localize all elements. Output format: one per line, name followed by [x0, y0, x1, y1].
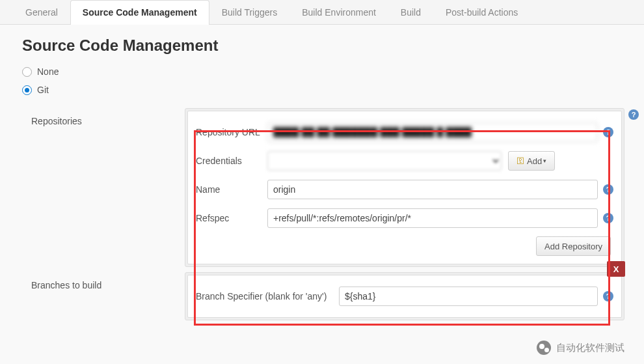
page-title: Source Code Management: [0, 25, 644, 63]
section-repositories: Repositories ? Repository URL ? Credenti…: [31, 108, 624, 267]
tab-build[interactable]: Build: [388, 0, 433, 24]
key-icon: ⚿: [517, 156, 524, 165]
add-repository-button[interactable]: Add Repository: [536, 236, 611, 256]
section-label-branches: Branches to build: [31, 272, 185, 290]
radio-label: None: [37, 66, 59, 77]
branches-panel: X Branch Specifier (blank for 'any') ?: [185, 272, 624, 320]
config-tabs: General Source Code Management Build Tri…: [0, 0, 644, 25]
label-repo-url: Repository URL: [196, 127, 267, 137]
label-branch-specifier: Branch Specifier (blank for 'any'): [196, 291, 339, 301]
section-branches: Branches to build X Branch Specifier (bl…: [31, 272, 624, 320]
input-branch-specifier[interactable]: [339, 287, 598, 306]
tab-general[interactable]: General: [13, 0, 70, 24]
help-icon[interactable]: ?: [603, 291, 613, 301]
radio-icon-checked: [22, 85, 32, 95]
watermark: 自动化软件测试: [537, 341, 624, 355]
label-refspec: Refspec: [196, 213, 267, 223]
help-icon[interactable]: ?: [603, 184, 613, 195]
field-refspec: Refspec ?: [196, 204, 613, 232]
wechat-icon: [537, 341, 551, 355]
chevron-down-icon: ▾: [543, 158, 546, 164]
scm-radio-group: None Git: [0, 63, 644, 104]
radio-label: Git: [37, 85, 49, 95]
field-repo-url: Repository URL ?: [196, 118, 613, 147]
select-credentials[interactable]: [267, 151, 502, 171]
field-credentials: Credentials ⚿ Add ▾: [196, 147, 613, 175]
field-name: Name ?: [196, 175, 613, 204]
input-name[interactable]: [267, 180, 598, 199]
watermark-text: 自动化软件测试: [556, 342, 624, 354]
label-name: Name: [196, 184, 267, 195]
help-icon[interactable]: ?: [603, 213, 613, 223]
btn-label: Add: [527, 156, 542, 166]
tab-build-triggers[interactable]: Build Triggers: [209, 0, 290, 24]
section-label-repositories: Repositories: [31, 108, 185, 126]
radio-icon: [22, 67, 32, 77]
help-icon[interactable]: ?: [603, 127, 613, 137]
add-credentials-button[interactable]: ⚿ Add ▾: [508, 151, 555, 171]
scm-option-git[interactable]: Git: [22, 81, 644, 99]
delete-branch-button[interactable]: X: [607, 261, 625, 277]
label-credentials: Credentials: [196, 156, 267, 166]
repositories-panel: Repository URL ? Credentials ⚿ Add ▾: [185, 108, 624, 267]
tab-build-environment[interactable]: Build Environment: [289, 0, 388, 24]
input-refspec[interactable]: [267, 208, 598, 228]
tab-scm[interactable]: Source Code Management: [70, 0, 209, 25]
help-icon[interactable]: ?: [628, 109, 639, 120]
field-branch-specifier: Branch Specifier (blank for 'any') ?: [196, 282, 613, 311]
input-repo-url[interactable]: [267, 122, 598, 142]
tab-post-build[interactable]: Post-build Actions: [433, 0, 530, 24]
scm-option-none[interactable]: None: [22, 63, 644, 81]
